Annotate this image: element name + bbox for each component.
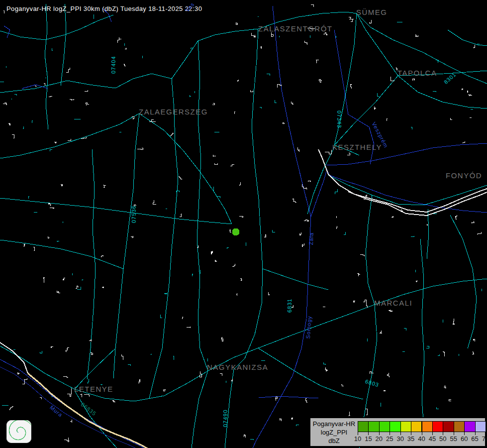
spiral-icon bbox=[6, 420, 31, 443]
roads-layer bbox=[0, 4, 487, 448]
legend-color-box bbox=[379, 421, 390, 432]
legend-panel: Poganyvar-HR logZ_PPI dbZ 10152025303540… bbox=[309, 417, 486, 447]
legend-color-box bbox=[475, 421, 486, 432]
spiral-stroke bbox=[9, 420, 31, 440]
legend-station-label: Poganyvar-HR bbox=[310, 420, 358, 428]
radar-viewport: Poganyvar-HR logZ_PPI 30km (dbZ) Tuesday… bbox=[0, 0, 487, 448]
legend-color-box bbox=[368, 421, 379, 432]
legend-color-box bbox=[358, 421, 369, 432]
legend-color-box bbox=[454, 421, 465, 432]
radar-echo-layer bbox=[232, 228, 240, 236]
legend-color-box bbox=[390, 421, 400, 432]
legend-tick-label: 70 bbox=[479, 435, 487, 443]
legend-color-box bbox=[411, 421, 422, 432]
legend-color-box bbox=[443, 421, 454, 432]
country-border-layer bbox=[28, 373, 148, 448]
legend-color-box bbox=[400, 421, 411, 432]
radar-echo bbox=[232, 228, 240, 236]
rivers-layer bbox=[0, 6, 487, 448]
legend-color-box bbox=[464, 421, 475, 432]
weather-service-logo bbox=[6, 420, 31, 443]
radar-map-canvas bbox=[0, 0, 487, 448]
legend-color-scale: 10152025303540455055606570 bbox=[358, 421, 486, 447]
legend-color-box bbox=[432, 421, 443, 432]
legend-color-box bbox=[422, 421, 433, 432]
settlements-layer bbox=[0, 4, 487, 442]
